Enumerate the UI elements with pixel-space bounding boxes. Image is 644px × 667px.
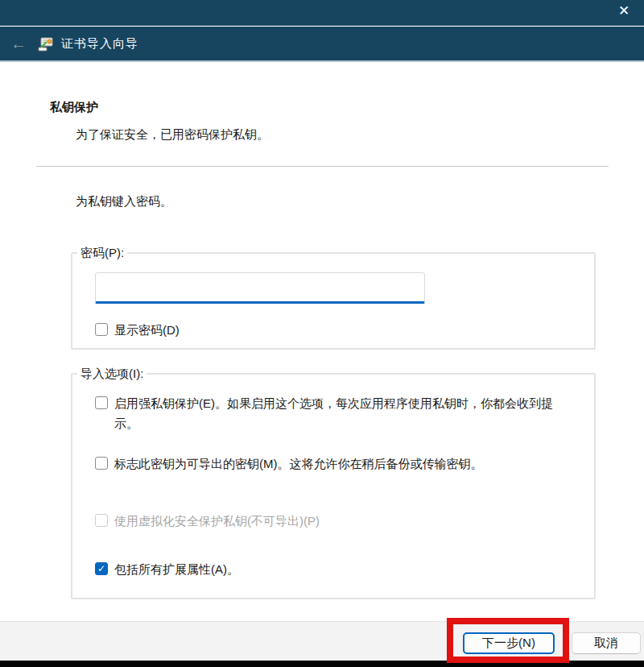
page-heading: 私钥保护 <box>50 100 98 115</box>
strong-protection-checkbox[interactable] <box>95 396 108 409</box>
exportable-key-label: 标志此密钥为可导出的密钥(M)。这将允许你在稍后备份或传输密钥。 <box>114 454 483 474</box>
cancel-button[interactable]: 取消 <box>572 632 641 654</box>
certificate-import-wizard-window: ✕ ← 证书导入向导 私钥保护 为了保证安全，已用密码保护私钥。 为私钥键入密码… <box>0 0 644 667</box>
virtualized-security-checkbox <box>95 514 108 527</box>
intro-text: 为私钥键入密码。 <box>76 194 172 209</box>
wizard-header: ← 证书导入向导 <box>0 27 644 62</box>
back-arrow-icon: ← <box>10 35 27 52</box>
strong-protection-label: 启用强私钥保护(E)。如果启用这个选项，每次应用程序使用私钥时，你都会收到提示。 <box>114 393 565 433</box>
section-divider <box>36 166 609 167</box>
virtualized-security-label: 使用虚拟化安全保护私钥(不可导出)(P) <box>114 511 320 531</box>
next-button[interactable]: 下一步(N) <box>463 632 555 654</box>
footer-bar: 下一步(N) 取消 <box>0 621 644 661</box>
exportable-key-checkbox[interactable] <box>95 457 108 470</box>
wizard-title: 证书导入向导 <box>61 36 138 52</box>
password-groupbox-legend: 密码(P): <box>77 246 127 261</box>
exportable-key-checkbox-row[interactable]: 标志此密钥为可导出的密钥(M)。这将允许你在稍后备份或传输密钥。 <box>95 454 483 474</box>
close-icon: ✕ <box>618 4 630 18</box>
show-password-checkbox-row[interactable]: 显示密码(D) <box>95 320 180 340</box>
back-button[interactable]: ← <box>6 35 31 52</box>
password-input[interactable] <box>95 272 425 304</box>
bottom-black-bar <box>0 661 644 667</box>
import-options-groupbox-legend: 导入选项(I): <box>77 367 147 382</box>
extended-properties-checkbox-row[interactable]: ✓ 包括所有扩展属性(A)。 <box>95 559 239 579</box>
extended-properties-label: 包括所有扩展属性(A)。 <box>114 559 239 579</box>
extended-properties-checkbox[interactable]: ✓ <box>95 562 108 575</box>
virtualized-security-checkbox-row: 使用虚拟化安全保护私钥(不可导出)(P) <box>95 511 320 531</box>
check-icon: ✓ <box>97 564 105 574</box>
strong-protection-checkbox-row[interactable]: 启用强私钥保护(E)。如果启用这个选项，每次应用程序使用私钥时，你都会收到提示。 <box>95 393 565 433</box>
certificate-icon <box>37 35 55 52</box>
show-password-checkbox[interactable] <box>95 323 108 336</box>
show-password-label: 显示密码(D) <box>114 320 180 340</box>
close-button[interactable]: ✕ <box>610 0 638 21</box>
title-bar: ✕ <box>0 0 644 26</box>
page-subheading: 为了保证安全，已用密码保护私钥。 <box>76 127 269 143</box>
